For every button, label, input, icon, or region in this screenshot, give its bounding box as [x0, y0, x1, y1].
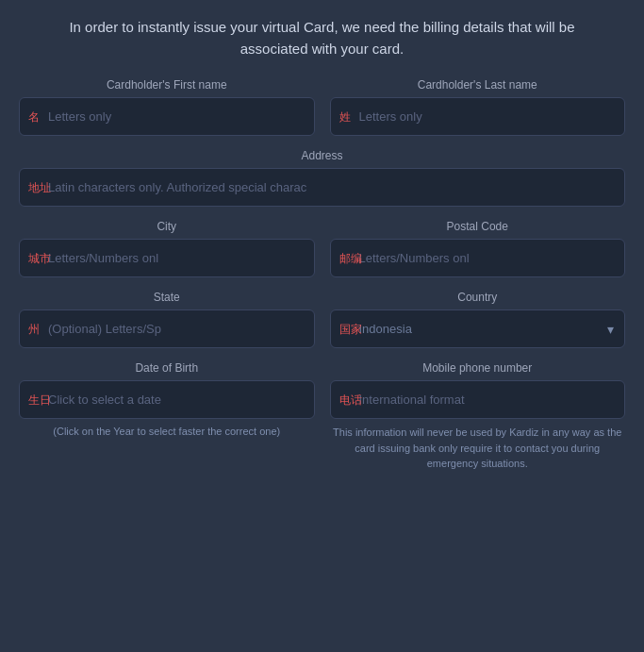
- country-icon: 国家: [339, 321, 362, 337]
- first-name-icon: 名: [28, 109, 40, 125]
- postal-code-label: Postal Code: [330, 220, 626, 233]
- mobile-input[interactable]: [330, 380, 626, 419]
- city-icon: 城市: [28, 250, 51, 266]
- last-name-input[interactable]: [330, 97, 626, 136]
- address-icon: 地址: [28, 179, 51, 195]
- state-input[interactable]: [19, 309, 315, 348]
- page-header: In order to instantly issue your virtual…: [38, 17, 606, 59]
- country-select[interactable]: Indonesia United States United Kingdom A…: [330, 309, 626, 348]
- dob-label: Date of Birth: [19, 361, 315, 375]
- dob-hint: (Click on the Year to select faster the …: [19, 425, 315, 439]
- dob-icon: 生日: [28, 392, 51, 408]
- city-input[interactable]: [19, 239, 315, 277]
- postal-code-input[interactable]: [330, 239, 626, 277]
- city-label: City: [19, 220, 315, 233]
- first-name-input[interactable]: [19, 97, 315, 136]
- state-label: State: [19, 291, 315, 304]
- postal-code-icon: 邮编: [339, 250, 362, 266]
- mobile-label: Mobile phone number: [330, 361, 626, 375]
- address-label: Address: [19, 149, 625, 162]
- state-icon: 州: [28, 321, 40, 337]
- mobile-icon: 电话: [339, 392, 362, 408]
- last-name-icon: 姓: [339, 109, 351, 125]
- dob-input[interactable]: [19, 380, 315, 419]
- address-input[interactable]: [19, 168, 625, 207]
- country-label: Country: [330, 291, 626, 304]
- last-name-label: Cardholder's Last name: [330, 78, 626, 92]
- mobile-info: This information will never be used by K…: [330, 425, 626, 472]
- first-name-label: Cardholder's First name: [19, 78, 315, 92]
